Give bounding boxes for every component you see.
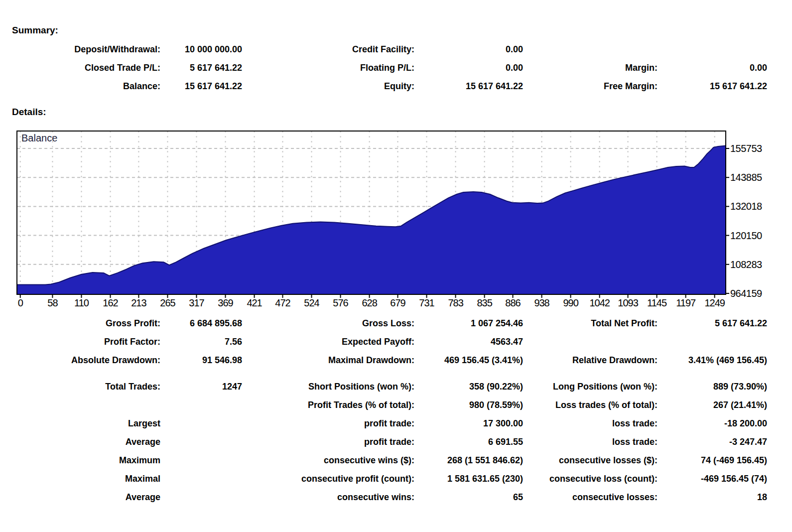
stat-value xyxy=(160,451,242,470)
x-axis-tick-label: 938 xyxy=(534,297,549,309)
stat-label: Profit Trades (% of total): xyxy=(242,396,414,414)
stat-label: Gross Profit: xyxy=(11,314,160,333)
stat-value xyxy=(160,470,242,488)
stat-value: 268 (1 551 846.62) xyxy=(414,451,523,470)
x-axis-tick-label: 886 xyxy=(505,297,520,309)
stat-label: Average xyxy=(11,488,160,507)
stat-label: consecutive profit (count): xyxy=(242,470,414,488)
stat-label: Expected Payoff: xyxy=(242,333,414,351)
stat-label: Average xyxy=(11,433,160,451)
stat-label: Free Margin: xyxy=(523,77,658,96)
y-axis-tick-label: 155753 xyxy=(730,143,762,154)
stat-value: 7.56 xyxy=(160,333,242,351)
stat-label: Deposit/Withdrawal: xyxy=(11,40,160,59)
stat-label: consecutive losses ($): xyxy=(523,451,658,470)
stat-label: consecutive loss (count): xyxy=(523,470,658,488)
stat-value: 0.00 xyxy=(414,59,523,77)
stat-value xyxy=(658,40,767,59)
stat-label: Loss trades (% of total): xyxy=(523,396,658,414)
stat-label: consecutive wins ($): xyxy=(242,451,414,470)
stat-value: 1247 xyxy=(160,378,242,396)
results-table-top: Gross Profit:6 684 895.68Gross Loss:1 06… xyxy=(11,314,767,370)
results-table-bottom: Total Trades:1247Short Positions (won %)… xyxy=(11,378,767,507)
stat-value: 267 (21.41%) xyxy=(658,396,767,414)
x-axis-tick-label: 1197 xyxy=(676,297,695,309)
y-axis: 155753143885132018120150108283964159 xyxy=(730,131,792,299)
x-axis-tick-label: 472 xyxy=(275,297,290,309)
stat-value: -3 247.47 xyxy=(658,433,767,451)
y-axis-tick-label: 132018 xyxy=(730,201,762,212)
summary-heading: Summary: xyxy=(12,25,58,36)
stat-label: Profit Factor: xyxy=(11,333,160,351)
x-axis-tick-label: 162 xyxy=(103,297,118,309)
summary-table: Deposit/Withdrawal:10 000 000.00Credit F… xyxy=(11,40,767,96)
stat-label: Largest xyxy=(11,414,160,433)
stat-label: Short Positions (won %): xyxy=(242,378,414,396)
y-axis-tick-label: 964159 xyxy=(730,288,762,299)
stat-value: 889 (73.90%) xyxy=(658,378,767,396)
y-axis-tick-label: 108283 xyxy=(730,259,762,270)
stat-value: 5 617 641.22 xyxy=(658,314,767,333)
stat-label: Floating P/L: xyxy=(242,59,414,77)
stat-value: 10 000 000.00 xyxy=(160,40,242,59)
chart-series-label: Balance xyxy=(21,133,57,144)
stat-value: 65 xyxy=(414,488,523,507)
x-axis-tick-label: 265 xyxy=(160,297,175,309)
stat-label: Maximal Drawdown: xyxy=(242,351,414,370)
stat-value xyxy=(658,333,767,351)
stat-value: 6 691.55 xyxy=(414,433,523,451)
stat-label: Maximum xyxy=(11,451,160,470)
x-axis-tick-label: 1093 xyxy=(618,297,638,309)
x-axis-tick-label: 524 xyxy=(304,297,319,309)
stat-value: 17 300.00 xyxy=(414,414,523,433)
stat-label: Balance: xyxy=(11,77,160,96)
stat-value: 0.00 xyxy=(658,59,767,77)
x-axis-tick-label: 317 xyxy=(189,297,204,309)
stat-label xyxy=(11,396,160,414)
stat-label: Maximal xyxy=(11,470,160,488)
x-axis-tick-label: 213 xyxy=(131,297,146,309)
x-axis-tick-label: 731 xyxy=(419,297,434,309)
stat-label: profit trade: xyxy=(242,414,414,433)
stat-label xyxy=(523,40,658,59)
stat-label: Margin: xyxy=(523,59,658,77)
stat-value: 469 156.45 (3.41%) xyxy=(414,351,523,370)
stat-value: 15 617 641.22 xyxy=(414,77,523,96)
stat-value xyxy=(160,433,242,451)
stat-label: Long Positions (won %): xyxy=(523,378,658,396)
stat-label: loss trade: xyxy=(523,433,658,451)
stat-label: consecutive wins: xyxy=(242,488,414,507)
stat-value: 980 (78.59%) xyxy=(414,396,523,414)
stat-value: 18 xyxy=(658,488,767,507)
stat-value xyxy=(160,488,242,507)
balance-chart-plot xyxy=(16,131,730,299)
stat-value: 1 067 254.46 xyxy=(414,314,523,333)
stat-value: 358 (90.22%) xyxy=(414,378,523,396)
x-axis-tick-label: 783 xyxy=(448,297,463,309)
x-axis-tick-label: 835 xyxy=(477,297,492,309)
stat-label: Equity: xyxy=(242,77,414,96)
stat-value xyxy=(160,396,242,414)
stat-label: profit trade: xyxy=(242,433,414,451)
stat-label: Credit Facility: xyxy=(242,40,414,59)
x-axis-tick-label: 679 xyxy=(390,297,405,309)
stat-value: 15 617 641.22 xyxy=(658,77,767,96)
stat-label: loss trade: xyxy=(523,414,658,433)
details-heading: Details: xyxy=(12,107,46,118)
x-axis-tick-label: 369 xyxy=(218,297,233,309)
x-axis-tick-label: 990 xyxy=(563,297,578,309)
strategy-tester-report: Summary: Deposit/Withdrawal:10 000 000.0… xyxy=(0,0,792,532)
x-axis-tick-label: 1042 xyxy=(589,297,610,309)
x-axis-tick-label: 1145 xyxy=(647,297,666,309)
stat-label: Closed Trade P/L: xyxy=(11,59,160,77)
x-axis-tick-label: 1249 xyxy=(704,297,725,309)
balance-chart: Balance xyxy=(16,131,730,299)
stat-value: 1 581 631.65 (230) xyxy=(414,470,523,488)
stat-value: 3.41% (469 156.45) xyxy=(658,351,767,370)
x-axis-tick-label: 576 xyxy=(333,297,348,309)
y-axis-tick-label: 143885 xyxy=(730,172,762,183)
stat-value: 6 684 895.68 xyxy=(160,314,242,333)
stat-value: 74 (-469 156.45) xyxy=(658,451,767,470)
balance-area xyxy=(17,145,726,294)
y-axis-tick-label: 120150 xyxy=(730,230,762,242)
